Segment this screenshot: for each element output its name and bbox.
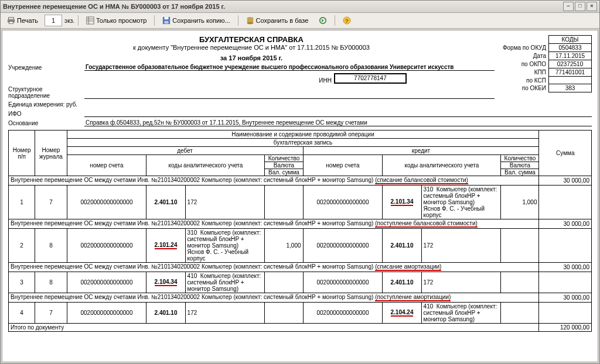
org-label: Учреждение — [8, 64, 84, 71]
svg-point-12 — [247, 22, 253, 25]
svg-text:?: ? — [346, 18, 349, 24]
section-header-row: Внутреннее перемещение ОС между счетами … — [9, 293, 592, 303]
entry-row: 4700200000000000002.401.1017200200000000… — [9, 303, 592, 324]
entries-table: Номер п/п Номер журнала Наименование и с… — [8, 130, 592, 332]
unit-label: Единица измерения: руб. — [8, 101, 84, 108]
org-value: Государственное образовательное бюджетно… — [84, 64, 495, 71]
entry-row: 1700200000000000002.401.1017200200000000… — [9, 186, 592, 219]
help-icon: ? — [343, 16, 351, 25]
entry-row: 3800200000000000002.104.34410 Компьютер … — [9, 272, 592, 293]
grid-icon — [86, 16, 94, 25]
close-button[interactable]: × — [587, 2, 597, 11]
help-button[interactable]: ? — [339, 15, 355, 26]
subdiv-label: Структурное подразделение — [8, 86, 84, 99]
app-window: Внутреннее перемещение ОС и НМА № БУ0000… — [0, 0, 600, 364]
print-label: Печать — [17, 17, 38, 24]
codes-box: КОДЫ Форма по ОКУД0504833 Дата17.11.2015… — [499, 35, 592, 92]
title-bar: Внутреннее перемещение ОС и НМА № БУ0000… — [1, 1, 599, 13]
basis-label: Основание — [8, 120, 84, 126]
printer-icon — [7, 16, 15, 25]
database-icon — [246, 16, 254, 25]
basis-value: Справка ф.0504833, ред.52н № БУ000003 от… — [84, 119, 592, 126]
save-db-label: Сохранить в базе — [256, 17, 309, 24]
svg-rect-3 — [87, 17, 94, 24]
svg-rect-9 — [165, 21, 169, 23]
maximize-button[interactable]: □ — [575, 2, 585, 11]
section-header-row: Внутреннее перемещение ОС между счетами … — [9, 176, 592, 186]
window-title: Внутреннее перемещение ОС и НМА № БУ0000… — [3, 3, 562, 10]
preview-label: Только просмотр — [96, 17, 146, 24]
section-header-row: Внутреннее перемещение ОС между счетами … — [9, 219, 592, 229]
inn-value: 7702778147 — [334, 73, 407, 84]
save-db-button[interactable]: Сохранить в базе — [242, 15, 313, 26]
go-button[interactable] — [315, 15, 331, 26]
svg-rect-2 — [9, 22, 13, 24]
svg-rect-8 — [165, 17, 169, 19]
copies-suffix: экз. — [64, 18, 74, 24]
section-header-row: Внутреннее перемещение ОС между счетами … — [9, 263, 592, 272]
footer-label: Итого по документу — [9, 324, 539, 332]
copies-input[interactable] — [45, 15, 62, 26]
footer-total: 120 000,00 — [539, 324, 592, 332]
arrow-circle-icon — [319, 16, 327, 25]
save-copy-label: Сохранить копию... — [172, 17, 230, 24]
save-copy-button[interactable]: Сохранить копию... — [158, 15, 234, 26]
entry-row: 2800200000000000002.101.24310 Компьютер … — [9, 229, 592, 263]
codes-header: КОДЫ — [549, 36, 592, 44]
minimize-button[interactable]: − — [563, 2, 574, 11]
toolbar: Печать экз. Только просмотр Сохранить ко… — [1, 13, 599, 29]
floppy-icon — [162, 16, 171, 25]
svg-rect-0 — [9, 18, 14, 20]
preview-button[interactable]: Только просмотр — [82, 15, 151, 26]
inn-label: ИНН — [319, 77, 332, 84]
print-button[interactable]: Печать — [3, 15, 42, 26]
ifo-label: ИФО — [8, 111, 84, 117]
document-viewport[interactable]: КОДЫ Форма по ОКУД0504833 Дата17.11.2015… — [2, 30, 598, 362]
